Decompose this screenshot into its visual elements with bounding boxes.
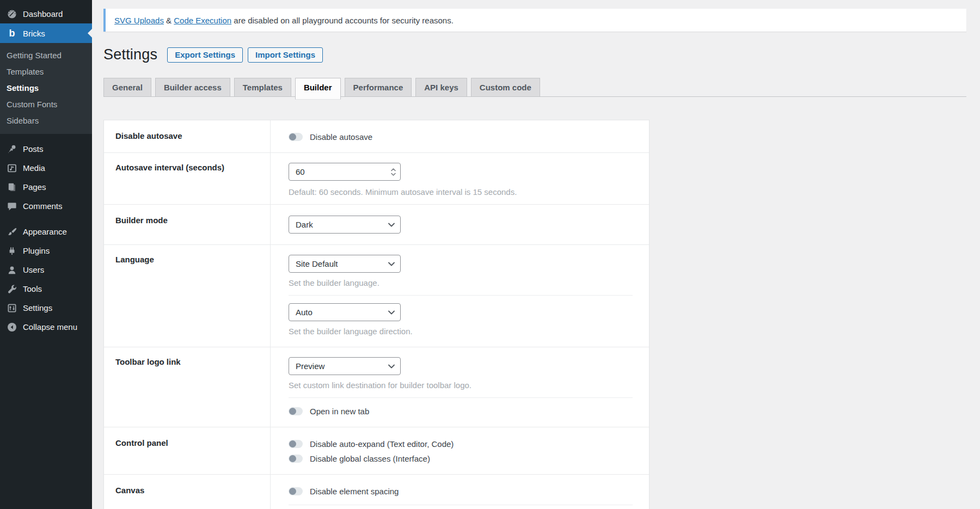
sidebar-item-bricks[interactable]: b Bricks <box>0 23 92 43</box>
plugin-icon <box>7 246 17 256</box>
sidebar-item-label: Pages <box>23 182 46 192</box>
sidebar-item-templates[interactable]: Templates <box>0 63 92 79</box>
open-in-new-tab-toggle[interactable] <box>289 407 303 415</box>
setting-label: Builder mode <box>115 216 168 225</box>
wrench-icon <box>7 284 17 295</box>
tab-builder-access[interactable]: Builder access <box>155 78 230 97</box>
setting-label: Language <box>115 255 154 264</box>
setting-label: Canvas <box>115 486 144 495</box>
setting-description: Set the builder language direction. <box>289 327 633 336</box>
language-direction-select[interactable]: Auto <box>289 303 401 321</box>
sidebar-item-sidebars[interactable]: Sidebars <box>0 112 92 128</box>
setting-label: Autosave interval (seconds) <box>115 163 224 172</box>
sidebar-item-settings[interactable]: Settings <box>0 298 92 317</box>
chevron-down-icon <box>388 223 395 227</box>
sidebar-item-plugins[interactable]: Plugins <box>0 241 92 260</box>
export-settings-button[interactable]: Export Settings <box>167 47 243 63</box>
sidebar-item-label: Appearance <box>23 227 67 236</box>
sidebar-item-label: Media <box>23 163 45 173</box>
sidebar-item-label: Tools <box>23 284 42 293</box>
tab-general[interactable]: General <box>103 78 151 97</box>
sidebar-item-label: Posts <box>23 144 44 154</box>
sidebar-item-tools[interactable]: Tools <box>0 279 92 298</box>
inner-divider <box>289 505 633 505</box>
sidebar-item-label: Settings <box>23 303 52 312</box>
chevron-down-icon <box>388 364 395 369</box>
media-icon <box>7 163 17 174</box>
settings-table: Disable autosave Disable autosave Autosa… <box>103 120 650 509</box>
disable-element-spacing-toggle[interactable] <box>289 487 303 495</box>
sidebar-item-label: Dashboard <box>23 9 63 19</box>
user-icon <box>7 265 17 275</box>
autosave-interval-input[interactable] <box>289 163 401 181</box>
setting-row-builder-mode: Builder mode Dark <box>104 205 649 245</box>
setting-description: Set custom link destination for builder … <box>289 381 633 390</box>
sidebar-item-label: Plugins <box>23 246 50 255</box>
sidebar-item-settings-current[interactable]: Settings <box>0 79 92 96</box>
setting-row-language: Language Site Default Set the builder la… <box>104 245 649 347</box>
sidebar-item-appearance[interactable]: Appearance <box>0 222 92 241</box>
inner-divider <box>289 295 633 296</box>
disable-auto-expand-toggle[interactable] <box>289 440 303 448</box>
sidebar-item-getting-started[interactable]: Getting Started <box>0 47 92 63</box>
setting-row-control-panel: Control panel Disable auto-expand (Text … <box>104 427 649 475</box>
setting-row-canvas: Canvas Disable element spacing <box>104 475 649 509</box>
bricks-submenu: Getting Started Templates Settings Custo… <box>0 43 92 134</box>
wp-admin-app: Dashboard b Bricks Getting Started Templ… <box>0 0 980 509</box>
setting-row-disable-autosave: Disable autosave Disable autosave <box>104 120 649 153</box>
pushpin-icon <box>7 144 17 155</box>
sidebar-item-label: Bricks <box>23 29 45 38</box>
toggle-label: Disable autosave <box>310 132 372 142</box>
tab-api-keys[interactable]: API keys <box>415 78 467 97</box>
number-stepper-icon[interactable] <box>391 168 396 176</box>
sidebar-item-label: Collapse menu <box>23 322 77 332</box>
admin-sidebar: Dashboard b Bricks Getting Started Templ… <box>0 0 92 509</box>
setting-label: Disable autosave <box>115 131 182 140</box>
main-content: SVG Uploads & Code Execution are disable… <box>92 0 980 509</box>
tab-performance[interactable]: Performance <box>345 78 412 97</box>
setting-description: Set the builder language. <box>289 278 633 287</box>
setting-row-autosave-interval: Autosave interval (seconds) Default: 60 … <box>104 153 649 205</box>
active-menu-arrow-icon <box>88 29 92 38</box>
builder-language-select[interactable]: Site Default <box>289 255 401 273</box>
sidebar-item-label: Comments <box>23 201 63 211</box>
appearance-brush-icon <box>7 226 17 237</box>
sidebar-item-comments[interactable]: Comments <box>0 197 92 216</box>
toggle-label: Open in new tab <box>310 407 369 416</box>
setting-label: Toolbar logo link <box>115 357 181 366</box>
setting-label: Control panel <box>115 438 168 447</box>
code-execution-link[interactable]: Code Execution <box>174 16 231 25</box>
disable-autosave-toggle[interactable] <box>289 133 303 141</box>
setting-row-toolbar-logo-link: Toolbar logo link Preview Set custom lin… <box>104 347 649 427</box>
toggle-label: Disable element spacing <box>310 487 399 496</box>
tab-builder[interactable]: Builder <box>295 78 341 100</box>
tab-custom-code[interactable]: Custom code <box>471 78 540 97</box>
toolbar-logo-link-select[interactable]: Preview <box>289 357 401 375</box>
sidebar-item-posts[interactable]: Posts <box>0 139 92 158</box>
dashboard-gauge-icon <box>7 9 17 20</box>
tab-templates[interactable]: Templates <box>234 78 291 97</box>
sidebar-item-media[interactable]: Media <box>0 158 92 177</box>
sidebar-item-custom-fonts[interactable]: Custom Fonts <box>0 96 92 112</box>
import-settings-button[interactable]: Import Settings <box>248 47 323 63</box>
toggle-label: Disable auto-expand (Text editor, Code) <box>310 439 454 449</box>
settings-tabs: General Builder access Templates Builder… <box>103 78 966 97</box>
settings-sliders-icon <box>7 303 17 314</box>
page-title: Settings <box>103 46 157 63</box>
collapse-menu-icon <box>7 322 17 333</box>
comments-icon <box>7 201 17 212</box>
setting-description: Default: 60 seconds. Minimum autosave in… <box>289 187 633 197</box>
bricks-logo-icon: b <box>7 28 17 39</box>
inner-divider <box>289 397 633 398</box>
svg-uploads-link[interactable]: SVG Uploads <box>114 16 164 25</box>
notice-banner: SVG Uploads & Code Execution are disable… <box>103 9 966 32</box>
disable-global-classes-toggle[interactable] <box>289 455 303 463</box>
pages-icon <box>7 182 17 193</box>
sidebar-item-users[interactable]: Users <box>0 260 92 279</box>
toggle-label: Disable global classes (Interface) <box>310 454 430 463</box>
collapse-menu-button[interactable]: Collapse menu <box>0 317 92 336</box>
sidebar-item-pages[interactable]: Pages <box>0 177 92 197</box>
builder-mode-select[interactable]: Dark <box>289 216 401 234</box>
sidebar-item-dashboard[interactable]: Dashboard <box>0 4 92 23</box>
notice-text: SVG Uploads & Code Execution are disable… <box>114 16 454 25</box>
